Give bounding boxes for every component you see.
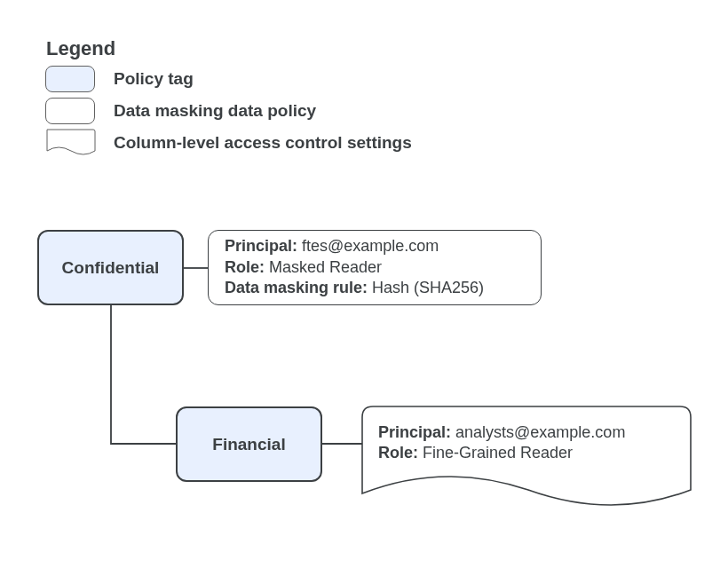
legend-label-policy-tag: Policy tag — [114, 69, 194, 89]
legend-swatch-acl — [47, 130, 95, 154]
legend-swatch-policy-tag — [45, 66, 95, 92]
node-financial: Financial — [176, 406, 322, 482]
legend-title: Legend — [46, 37, 115, 60]
acl-row-principal-ov: Principal: analysts@example.com — [378, 422, 680, 443]
masking-role-value: Masked Reader — [265, 258, 382, 276]
legend-label-acl: Column-level access control settings — [114, 133, 412, 153]
legend-label-data-masking: Data masking data policy — [114, 101, 316, 121]
acl-principal-key-ov: Principal: — [378, 423, 451, 441]
masking-rule-key: Data masking rule: — [225, 279, 368, 296]
masking-principal-key: Principal: — [225, 237, 297, 255]
node-acl-policy-text-overlay: Principal: analysts@example.com Role: Fi… — [378, 422, 680, 464]
legend-swatch-data-masking — [45, 98, 95, 124]
acl-role-value-ov: Fine-Grained Reader — [418, 444, 573, 462]
node-financial-label: Financial — [212, 435, 285, 454]
acl-role-key-ov: Role: — [378, 444, 418, 462]
masking-row-principal: Principal: ftes@example.com — [225, 236, 525, 256]
node-confidential: Confidential — [37, 230, 184, 305]
acl-row-role-ov: Role: Fine-Grained Reader — [378, 443, 680, 463]
node-masking-policy: Principal: ftes@example.com Role: Masked… — [208, 230, 542, 305]
connector-confidential-to-financial — [111, 305, 176, 444]
masking-role-key: Role: — [225, 258, 265, 276]
masking-row-rule: Data masking rule: Hash (SHA256) — [225, 278, 525, 298]
masking-principal-value: ftes@example.com — [297, 237, 439, 255]
masking-rule-value: Hash (SHA256) — [368, 279, 484, 296]
acl-principal-value-ov: analysts@example.com — [451, 423, 625, 441]
masking-row-role: Role: Masked Reader — [225, 257, 525, 278]
diagram-canvas: Legend Policy tag Data masking data poli… — [0, 0, 728, 568]
node-confidential-label: Confidential — [62, 258, 160, 278]
